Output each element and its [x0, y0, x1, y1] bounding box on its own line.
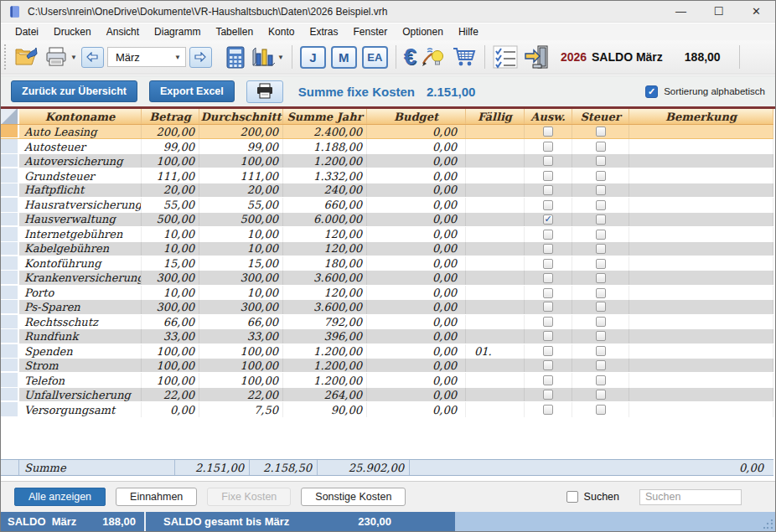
table-row[interactable]: Hausverwaltung500,00500,006.000,000,00✓ [1, 213, 773, 227]
steuer-checkbox[interactable] [596, 142, 606, 152]
shopping-cart-icon[interactable] [452, 46, 477, 68]
table-row[interactable]: Porto10,0010,00120,000,00 [1, 286, 773, 300]
ausw-checkbox[interactable] [543, 127, 553, 137]
row-selector[interactable] [1, 402, 19, 416]
row-selector[interactable] [1, 373, 19, 387]
steuer-checkbox[interactable] [596, 127, 606, 137]
ausw-checkbox[interactable] [543, 390, 553, 400]
row-selector[interactable] [1, 256, 19, 271]
menu-konto[interactable]: Konto [261, 24, 302, 39]
year-view-button[interactable]: J [300, 46, 326, 69]
tips-icon[interactable] [422, 45, 447, 69]
table-row[interactable]: Internetgebühren10,0010,00120,000,00 [1, 227, 773, 241]
ausw-checkbox[interactable] [543, 375, 553, 385]
ausw-checkbox[interactable] [543, 230, 553, 240]
ausw-checkbox[interactable] [543, 302, 553, 312]
steuer-checkbox[interactable] [596, 244, 606, 254]
steuer-checkbox[interactable] [596, 156, 606, 166]
steuer-checkbox[interactable] [596, 200, 606, 210]
steuer-checkbox[interactable] [596, 214, 606, 225]
table-row[interactable]: Spenden100,00100,001.200,000,0001. [1, 344, 773, 359]
steuer-checkbox[interactable] [596, 259, 606, 269]
column-header-steuer[interactable]: Steuer [572, 109, 629, 124]
ausw-checkbox[interactable] [543, 156, 553, 166]
row-selector[interactable] [1, 183, 19, 197]
filter-button-alle-anzeigen[interactable]: Alle anzeigen [14, 488, 106, 506]
row-selector[interactable] [1, 139, 19, 153]
resize-grip[interactable] [763, 519, 773, 529]
row-selector[interactable] [1, 213, 19, 226]
row-selector[interactable] [1, 388, 19, 401]
close-button[interactable]: ✕ [737, 1, 775, 22]
steuer-checkbox[interactable] [596, 375, 606, 385]
table-row[interactable]: Grundsteuer111,00111,001.332,000,00 [1, 168, 773, 183]
table-row[interactable]: Kabelgebühren10,0010,00120,000,00 [1, 242, 773, 256]
row-selector[interactable] [1, 168, 19, 183]
euro-icon[interactable]: € [404, 46, 416, 69]
steuer-checkbox[interactable] [596, 360, 606, 370]
menu-hilfe[interactable]: Hilfe [451, 24, 486, 39]
ausw-checkbox[interactable] [543, 331, 553, 341]
menu-fenster[interactable]: Fenster [345, 24, 395, 39]
menu-datei[interactable]: Datei [8, 24, 46, 39]
steuer-checkbox[interactable] [596, 317, 606, 327]
filter-button-sonstige-kosten[interactable]: Sonstige Kosten [301, 488, 406, 506]
column-header-kontoname[interactable]: Kontoname [19, 109, 142, 124]
menu-tabellen[interactable]: Tabellen [208, 24, 261, 39]
chart-icon[interactable]: ▼ [251, 45, 284, 69]
filter-button-einnahmen[interactable]: Einnahmen [116, 488, 197, 506]
ausw-checkbox[interactable] [543, 171, 553, 181]
next-month-button[interactable] [189, 47, 212, 68]
open-file-icon[interactable] [13, 46, 39, 68]
row-selector[interactable] [1, 344, 19, 359]
steuer-checkbox[interactable] [596, 185, 606, 195]
row-selector[interactable] [1, 227, 19, 241]
row-selector[interactable] [1, 286, 19, 300]
table-row[interactable]: Autoversicherung100,00100,001.200,000,00 [1, 154, 773, 168]
menu-extras[interactable]: Extras [302, 24, 345, 39]
column-header-betrag[interactable]: Betrag [142, 109, 199, 124]
column-header-durchschnitt[interactable]: Durchschnitt [199, 109, 283, 124]
income-expense-view-button[interactable]: EA [362, 46, 388, 69]
row-selector[interactable] [1, 329, 19, 343]
print-dropdown-caret[interactable]: ▼ [70, 54, 77, 61]
month-view-button[interactable]: M [331, 46, 357, 69]
row-selector[interactable] [1, 315, 19, 329]
steuer-checkbox[interactable] [596, 346, 606, 356]
menu-ansicht[interactable]: Ansicht [99, 24, 147, 39]
row-selector[interactable] [1, 198, 19, 212]
table-row[interactable]: Telefon100,00100,001.200,000,00 [1, 373, 773, 387]
table-row[interactable]: Unfallversicherung22,0022,00264,000,00 [1, 388, 773, 402]
exit-icon[interactable] [523, 44, 550, 70]
steuer-checkbox[interactable] [596, 171, 606, 181]
table-row[interactable]: Kontoführung15,0015,00180,000,00 [1, 256, 773, 271]
table-row[interactable]: Hausratversicherung55,0055,00660,000,00 [1, 198, 773, 212]
row-selector[interactable] [1, 271, 19, 284]
ausw-checkbox[interactable] [543, 244, 553, 254]
ausw-checkbox[interactable] [543, 288, 553, 298]
column-header-ausw-[interactable]: Ausw. [525, 109, 572, 124]
menu-drucken[interactable]: Drucken [46, 24, 99, 39]
column-header-budget[interactable]: Budget [367, 109, 466, 124]
steuer-checkbox[interactable] [596, 273, 606, 283]
ausw-checkbox[interactable]: ✓ [543, 214, 553, 225]
table-row[interactable]: Auto Leasing200,00200,002.400,000,00 [1, 125, 773, 139]
previous-month-button[interactable] [81, 47, 104, 68]
row-selector[interactable] [1, 300, 19, 313]
ausw-checkbox[interactable] [543, 360, 553, 370]
row-selector[interactable] [1, 359, 19, 372]
steuer-checkbox[interactable] [596, 288, 606, 298]
search-checkbox[interactable] [566, 491, 578, 503]
month-select[interactable]: März ▼ [107, 47, 186, 67]
ausw-checkbox[interactable] [543, 317, 553, 327]
ausw-checkbox[interactable] [543, 259, 553, 269]
menu-optionen[interactable]: Optionen [395, 24, 451, 39]
search-input[interactable] [639, 489, 742, 505]
steuer-checkbox[interactable] [596, 302, 606, 312]
table-row[interactable]: Autosteuer99,0099,001.188,000,00 [1, 139, 773, 153]
steuer-checkbox[interactable] [596, 230, 606, 240]
row-selector[interactable] [1, 125, 19, 138]
column-header-f-llig[interactable]: Fällig [466, 109, 525, 124]
table-row[interactable]: Rechtsschutz66,0066,00792,000,00 [1, 315, 773, 329]
table-row[interactable]: Versorgungsamt0,007,5090,000,00 [1, 402, 773, 416]
